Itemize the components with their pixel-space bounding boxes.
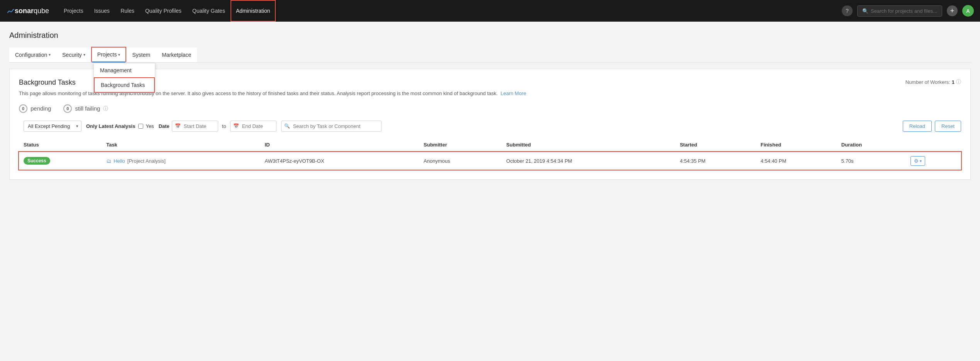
subnav-projects-label: Projects — [97, 51, 117, 58]
nav-projects[interactable]: Projects — [58, 0, 89, 22]
chevron-down-icon: ▾ — [118, 53, 120, 57]
table-header: Status Task ID Submitter Submitted Start… — [19, 138, 961, 152]
row-status: Success — [19, 152, 102, 170]
workers-label: Number of Workers: — [905, 79, 950, 85]
row-id: AW3tT4PSz-eyVOT9B-OX — [260, 152, 419, 170]
learn-more-link[interactable]: Learn More — [500, 90, 526, 96]
gear-icon: ⚙ — [914, 158, 919, 164]
row-finished: 4:54:40 PM — [756, 152, 837, 170]
only-latest-yes-label: Yes — [146, 123, 154, 129]
calendar-icon: 📅 — [175, 123, 181, 129]
chevron-down-icon: ▾ — [49, 53, 51, 57]
only-latest-checkbox-label[interactable]: Yes — [138, 123, 154, 129]
subnav-configuration-label: Configuration — [15, 52, 47, 58]
calendar-icon-end: 📅 — [233, 123, 239, 129]
task-link[interactable]: Hello — [114, 158, 125, 164]
logo[interactable]: sonarqube — [6, 7, 49, 15]
tasks-table: Status Task ID Submitter Submitted Start… — [19, 138, 961, 170]
table-row: Success 🗂 Hello [Project Analysis] AW3tT… — [19, 152, 961, 170]
subnav-projects[interactable]: Projects ▾ — [91, 47, 127, 63]
reload-button[interactable]: Reload — [903, 121, 932, 132]
row-task: 🗂 Hello [Project Analysis] — [102, 152, 260, 170]
col-status: Status — [19, 138, 102, 152]
only-latest-label-text: Only Latest Analysis — [86, 123, 135, 129]
pending-count: 0 — [19, 104, 27, 113]
col-id: ID — [260, 138, 419, 152]
global-search[interactable]: 🔍 — [857, 5, 942, 17]
help-button[interactable]: ? — [842, 5, 853, 16]
subnav-security-label: Security — [62, 52, 82, 58]
subnav-system-label: System — [132, 52, 150, 58]
subnav-system[interactable]: System — [126, 48, 156, 62]
status-badge: Success — [24, 157, 50, 165]
end-date-filter: 📅 — [230, 121, 276, 132]
col-started: Started — [675, 138, 756, 152]
subnav-marketplace-label: Marketplace — [162, 52, 191, 58]
project-icon: 🗂 — [106, 158, 111, 164]
col-finished: Finished — [756, 138, 837, 152]
dropdown-background-tasks[interactable]: Background Tasks — [94, 77, 155, 93]
nav-links: Projects Issues Rules Quality Profiles Q… — [58, 0, 842, 22]
table-body: Success 🗂 Hello [Project Analysis] AW3tT… — [19, 152, 961, 170]
subnav-security[interactable]: Security ▾ — [56, 48, 91, 62]
search-icon: 🔍 — [862, 8, 868, 14]
row-submitter: Anonymous — [419, 152, 502, 170]
only-latest-filter: Only Latest Analysis Yes — [86, 123, 154, 129]
section-header: Background Tasks Number of Workers: 1 ⓘ — [19, 78, 961, 87]
status-filter[interactable]: All All Except Pending Pending In Progre… — [24, 121, 81, 132]
global-search-input[interactable] — [871, 8, 937, 14]
to-label: to — [220, 123, 228, 129]
row-actions: ⚙ ▾ — [906, 152, 961, 170]
subnav-marketplace[interactable]: Marketplace — [156, 48, 197, 62]
start-date-filter: 📅 — [172, 121, 218, 132]
failing-label: still failing — [75, 105, 100, 112]
col-submitter: Submitter — [419, 138, 502, 152]
col-submitted: Submitted — [502, 138, 675, 152]
row-duration: 5.70s — [837, 152, 906, 170]
task-search-filter: 🔍 — [281, 121, 381, 132]
nav-rules[interactable]: Rules — [115, 0, 140, 22]
info-icon[interactable]: ⓘ — [956, 78, 961, 85]
row-actions-button[interactable]: ⚙ ▾ — [910, 156, 925, 166]
chevron-down-icon: ▾ — [83, 53, 85, 57]
section-description: This page allows monitoring of tasks run… — [19, 90, 961, 97]
row-started: 4:54:35 PM — [675, 152, 756, 170]
col-actions — [906, 138, 961, 152]
nav-quality-gates[interactable]: Quality Gates — [187, 0, 231, 22]
dropdown-arrow-icon: ▾ — [920, 159, 922, 163]
top-navigation: sonarqube Projects Issues Rules Quality … — [0, 0, 980, 22]
col-duration: Duration — [837, 138, 906, 152]
task-type: [Project Analysis] — [127, 158, 166, 164]
subnav-configuration[interactable]: Configuration ▾ — [9, 48, 56, 62]
date-label: Date — [159, 123, 170, 129]
pending-stat: 0 pending — [19, 104, 51, 113]
sub-navigation: Configuration ▾ Security ▾ Projects ▾ Sy… — [9, 47, 971, 63]
dropdown-management[interactable]: Management — [94, 63, 155, 77]
row-submitted: October 21, 2019 4:54:34 PM — [502, 152, 675, 170]
workers-count: 1 — [952, 79, 955, 85]
nav-quality-profiles[interactable]: Quality Profiles — [140, 0, 187, 22]
status-filter-wrapper: All All Except Pending Pending In Progre… — [24, 121, 81, 132]
failing-info-icon[interactable]: ⓘ — [103, 105, 108, 112]
page-container: Administration Configuration ▾ Security … — [0, 22, 980, 361]
action-buttons: Reload Reset — [903, 121, 961, 132]
reset-button[interactable]: Reset — [935, 121, 961, 132]
only-latest-checkbox[interactable] — [138, 124, 143, 129]
nav-right: ? 🔍 + A — [842, 5, 974, 17]
add-button[interactable]: + — [947, 5, 958, 16]
filters-row: All All Except Pending Pending In Progre… — [19, 121, 961, 132]
search-filter-icon: 🔍 — [284, 123, 290, 129]
projects-dropdown: Management Background Tasks — [93, 63, 155, 93]
failing-count: 0 — [63, 104, 72, 113]
workers-info: Number of Workers: 1 ⓘ — [905, 78, 961, 85]
nav-issues[interactable]: Issues — [89, 0, 115, 22]
avatar[interactable]: A — [962, 5, 974, 17]
page-title: Administration — [9, 31, 971, 40]
col-task: Task — [102, 138, 260, 152]
section-title: Background Tasks — [19, 78, 76, 87]
failing-stat: 0 still failing ⓘ — [63, 104, 108, 113]
date-filter-group: Date 📅 to 📅 — [159, 121, 276, 132]
task-search-input[interactable] — [281, 121, 381, 132]
stats-row: 0 pending 0 still failing ⓘ — [19, 104, 961, 113]
nav-administration[interactable]: Administration — [231, 0, 276, 22]
